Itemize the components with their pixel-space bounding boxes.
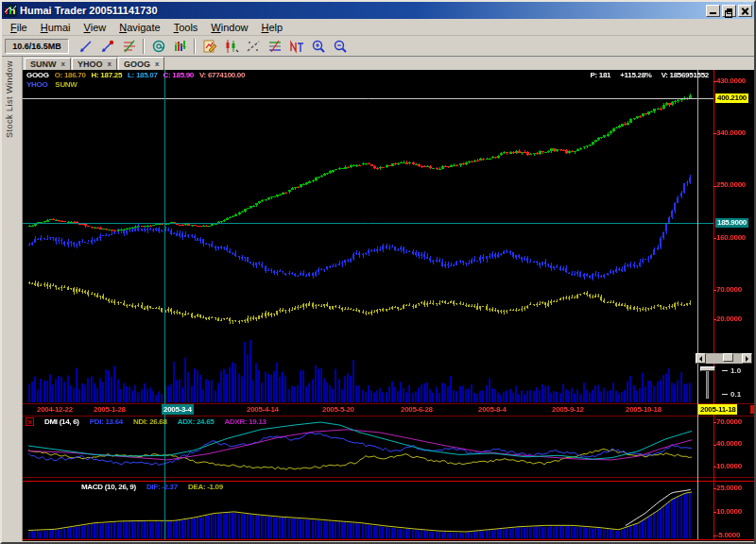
arrow-left-icon: [696, 356, 702, 362]
trendline-edit-button[interactable]: [96, 37, 118, 56]
close-value: C: 185.90: [163, 71, 194, 79]
menu-window[interactable]: Window: [204, 20, 254, 35]
minimize-button[interactable]: [706, 5, 720, 17]
text-note-button[interactable]: [285, 37, 307, 56]
scroll-right-button[interactable]: [742, 353, 752, 364]
price-chart-canvas[interactable]: [23, 70, 754, 541]
zoom-slider-handle[interactable]: [700, 366, 715, 371]
date-tick: 2005-9-12: [552, 405, 584, 414]
arrow-right-icon: [746, 356, 751, 362]
restore-button[interactable]: [722, 5, 736, 17]
compare-yhoo-label: YHOO: [26, 80, 47, 89]
dashed-line-button[interactable]: [242, 37, 264, 56]
price-tick: 250.0000: [716, 180, 746, 189]
email-button[interactable]: [147, 37, 169, 56]
price-header: GOOG O: 186.70 H: 187.25 L: 185.07 C: 18…: [26, 71, 245, 79]
minimize-icon: [710, 12, 716, 14]
macd-header: MACD (10, 26, 9) DIF: -2.37 DEA: -1.09: [81, 483, 223, 491]
chart-settings-button[interactable]: [198, 37, 220, 56]
scrollbar-thumb[interactable]: [723, 353, 733, 362]
zoom-out-icon: [333, 39, 348, 54]
price-tick: 160.0000: [716, 233, 746, 242]
zoom-out-button[interactable]: [329, 37, 351, 56]
tab-yhoo[interactable]: YHOO x: [72, 58, 117, 70]
chart-area: GOOG O: 186.70 H: 187.25 L: 185.07 C: 18…: [23, 70, 754, 541]
tab-close-icon[interactable]: x: [107, 60, 111, 68]
tab-close-icon[interactable]: x: [61, 60, 65, 68]
low-value: L: 185.07: [128, 71, 158, 79]
dmi-adx-value: ADX: 24.65: [178, 417, 215, 426]
scroll-left-button[interactable]: [696, 353, 706, 364]
fibonacci-icon: [122, 39, 137, 54]
date-tick: 2004-12-22: [37, 405, 73, 414]
window-title: Humai Trader 200511141730: [20, 5, 704, 16]
dmi-title: DMI (14, 6): [44, 417, 79, 426]
trendline-icon: [78, 39, 94, 54]
pointer-position: P: 181: [590, 71, 610, 79]
menu-help[interactable]: Help: [254, 20, 289, 35]
menu-tools[interactable]: Tools: [167, 20, 205, 35]
dmi-tick: 40.0000: [716, 439, 742, 448]
menu-bar: File Humai View Navigate Tools Window He…: [2, 19, 754, 36]
compare-sunw-label: SUNW: [55, 80, 77, 89]
zoom-in-icon: [311, 39, 326, 54]
tab-sunw[interactable]: SUNW x: [25, 58, 71, 70]
tab-row: SUNW x YHOO x GOOG x: [23, 57, 754, 70]
crosshair-price-chip: 185.9000: [715, 218, 748, 228]
app-window: Humai Trader 200511141730 File Humai Vie…: [0, 0, 756, 544]
app-icon: [4, 4, 17, 17]
macd-title: MACD (10, 26, 9): [81, 483, 136, 491]
zoom-in-button[interactable]: [307, 37, 329, 56]
date-tick: 2005-4-14: [247, 405, 279, 414]
price-tick: 430.0000: [716, 76, 746, 85]
tab-close-icon[interactable]: x: [155, 60, 159, 68]
date-tick: 2005-1-28: [94, 405, 126, 414]
last-date-chip: 2005-11-18: [698, 404, 737, 415]
memory-indicator: 10.6/16.5MB: [5, 39, 69, 54]
fibonacci-button[interactable]: [118, 37, 140, 56]
crosshair-date-chip: 2005-3-4: [162, 404, 194, 415]
macd-dif-value: DIF: -2.37: [146, 483, 178, 491]
scrollbar-track[interactable]: [706, 353, 742, 364]
compare-symbols: YHOO SUNW: [26, 80, 77, 89]
toolbar: 10.6/16.5MB: [2, 36, 754, 57]
zoom-min-label: 0.1: [722, 390, 741, 399]
indicator-chart-button[interactable]: [169, 37, 191, 56]
trendline-button[interactable]: [75, 37, 96, 56]
macd-tick: 10.0000: [716, 507, 742, 516]
high-value: H: 187.25: [92, 71, 122, 79]
dashed-line-icon: [246, 39, 261, 54]
candle-style-icon: [224, 39, 239, 54]
stock-list-window-tab[interactable]: Stock List Window: [5, 60, 14, 138]
menu-view[interactable]: View: [77, 20, 113, 35]
zoom-slider[interactable]: 1.0 0.1: [697, 366, 752, 401]
date-tick: 2005-8-4: [478, 405, 507, 414]
trendline-edit-icon: [100, 39, 115, 54]
chart-settings-icon: [202, 39, 217, 54]
pointer-change: +115.28%: [620, 71, 651, 79]
pointer-readout: P: 181 +115.28% V: 1856951552: [590, 71, 709, 79]
dmi-pdi-value: PDI: 13.64: [90, 417, 123, 426]
candle-style-button[interactable]: [220, 37, 242, 56]
menu-humai[interactable]: Humai: [34, 20, 77, 35]
ma-lines-button[interactable]: [264, 37, 285, 56]
stock-list-window-panel: Stock List Window: [2, 57, 23, 541]
close-button[interactable]: [738, 5, 752, 17]
dmi-header: x DMI (14, 6) PDI: 13.64 NDI: 26.68 ADX:…: [26, 417, 266, 426]
zoom-max-label: 1.0: [722, 366, 741, 375]
chart-scrollbar[interactable]: [696, 353, 752, 364]
ma-lines-icon: [267, 39, 283, 54]
date-tick: 2005-6-28: [401, 405, 433, 414]
main-area: SUNW x YHOO x GOOG x GOOG O: 186.70: [23, 57, 754, 541]
dmi-ndi-value: NDI: 26.68: [133, 417, 167, 426]
pointer-volume: V: 1856951552: [662, 71, 709, 79]
dmi-close-icon[interactable]: x: [26, 417, 34, 426]
text-note-icon: [289, 39, 304, 54]
menu-file[interactable]: File: [4, 20, 34, 35]
restore-icon: [727, 8, 732, 14]
zoom-slider-track[interactable]: [706, 368, 709, 399]
menu-navigate[interactable]: Navigate: [112, 20, 166, 35]
indicator-chart-icon: [173, 39, 188, 54]
symbol-label: GOOG: [26, 71, 49, 79]
tab-goog[interactable]: GOOG x: [118, 57, 164, 70]
